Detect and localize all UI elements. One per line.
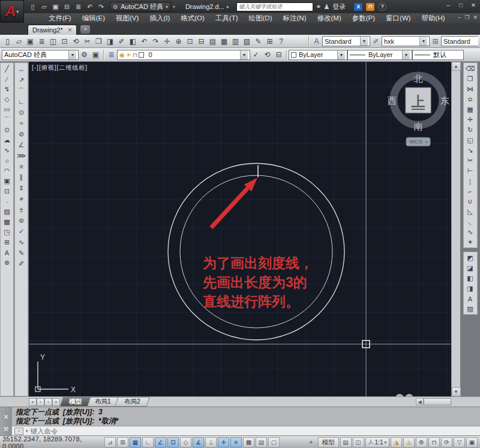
redo-button[interactable]: ↷ [96,2,106,11]
command-prompt-icon[interactable]: › [14,428,23,435]
point-icon[interactable]: ∙ [1,196,13,207]
open-button[interactable]: ▱ [39,2,49,11]
toolbar-lock-button[interactable]: ⊓ [428,437,440,447]
publish-button[interactable]: ⊡ [59,35,70,47]
compass-south-label[interactable]: 南 [414,121,423,132]
dim-arc-length-icon[interactable]: ⌒ [15,85,28,96]
compass-west-label[interactable]: 西 [388,95,397,106]
close-button[interactable]: ✕ [469,2,478,8]
first-tab-nav-button[interactable]: « [29,398,37,406]
parametric-menu[interactable]: 参数(P) [347,13,380,23]
move-icon[interactable]: ✛ [464,115,477,125]
format-menu[interactable]: 格式(O) [175,13,210,23]
search-binoculars-icon[interactable]: ⚭ [316,3,321,11]
array-icon[interactable]: ▦ [464,104,477,115]
help-button[interactable]: ? [275,35,287,47]
properties-palette-button[interactable]: ▤ [207,35,218,47]
dimension-menu[interactable]: 标注(N) [278,13,312,23]
toolbar-options-arrow[interactable]: ▾ [173,4,175,10]
layer-on-bulb-icon[interactable]: ◉ [119,52,125,58]
dim-baseline-icon[interactable]: ≡ [15,161,28,172]
command-close-icon[interactable]: ✕ [3,413,8,421]
polar-tracking-toggle[interactable]: ∠ [155,437,166,447]
color-control-select[interactable]: ByLayer ▼ [289,50,347,60]
doc-close-button[interactable]: ✕ [473,14,478,20]
explode-icon[interactable]: ✶ [464,237,477,247]
file-menu[interactable]: 文件(F) [43,13,77,23]
stretch-icon[interactable]: ↘ [464,145,477,156]
table-style-select[interactable]: Standard [441,36,478,46]
bring-above-objects-icon[interactable]: ◧ [464,273,477,283]
doc-title-arrow-icon[interactable]: ▸ [227,4,230,10]
next-tab-nav-button[interactable]: › [44,398,52,406]
circle-icon[interactable]: ⊙ [1,125,13,135]
arc-icon[interactable]: ⌒ [1,115,13,125]
match-properties-button[interactable]: ✐ [116,35,127,47]
plot-preview-button[interactable]: ◫ [47,35,59,47]
collapsed-handle-dot[interactable] [405,394,413,396]
quick-properties-toggle[interactable]: ▤ [256,437,267,447]
viewport-controls-label[interactable]: [-][俯视][二维线框] [32,64,88,72]
chamfer-icon[interactable]: ◺ [464,207,477,217]
minimize-button[interactable]: – [444,2,452,8]
workspace-dropdown[interactable]: ⚙ AutoCAD 经典 ▾ [110,2,171,11]
send-to-back-icon[interactable]: ◪ [464,263,477,273]
new-tab-button[interactable]: + [80,25,90,34]
dim-style-icon[interactable]: ✐ [370,35,382,47]
dim-linear-icon[interactable]: ↔ [15,64,28,74]
copy-button[interactable]: ❐ [93,35,104,47]
quick-view-layouts-button[interactable]: ◫ [353,437,364,447]
dim-radius-icon[interactable]: ⊙ [15,107,28,118]
dim-ordinate-icon[interactable]: ∟ [15,96,28,107]
dim-angular-icon[interactable]: ∠ [15,139,28,150]
scroll-down-icon[interactable]: ▼ [452,387,461,396]
join-icon[interactable]: ∪ [464,196,477,207]
ortho-mode-toggle[interactable]: ∟ [142,437,154,447]
search-input[interactable] [236,2,313,11]
dim-break-icon[interactable]: ≠ [15,193,28,204]
quick-dimension-icon[interactable]: ⋙ [15,150,28,161]
tool-palettes-button[interactable]: ▥ [230,35,241,47]
zoom-window-button[interactable]: ⊡ [184,35,196,47]
draw-menu[interactable]: 绘图(D) [244,13,278,23]
tab-close-icon[interactable]: ✕ [68,27,73,33]
mtext-icon[interactable]: A [1,247,13,258]
filter-button[interactable]: ▽ [454,437,465,447]
dim-space-icon[interactable]: ⇕ [15,183,28,193]
modify-menu[interactable]: 修改(M) [311,13,346,23]
prev-tab-nav-button[interactable]: ‹ [37,398,44,406]
maximize-button[interactable]: □ [457,2,465,8]
dim-style-select[interactable]: hxk ▼ [382,36,430,46]
grid-display-toggle[interactable]: ▦ [130,437,141,447]
compass-north-label[interactable]: 北 [414,73,423,83]
undo-button[interactable]: ↶ [139,35,150,47]
dim-continue-icon[interactable]: ∥ [15,172,28,183]
vertical-scrollbar[interactable]: ▲ ▼ [451,62,460,396]
cut-button[interactable]: ✂ [82,35,93,47]
drawing-canvas[interactable]: [-][俯视][二维线框] 为了画出刻度线， 先画出长度为3的 直线进行阵列。 [29,62,451,396]
save-button[interactable]: ▣ [50,2,61,11]
dynamic-ucs-toggle[interactable]: ⊥ [205,437,217,447]
chevron-down-icon[interactable]: ▼ [360,37,368,46]
application-menu-button[interactable]: A ▾ [0,0,24,23]
save-as-button[interactable]: ⊟ [62,2,72,11]
dim-text-edit-icon[interactable]: ✐ [15,258,28,269]
wcs-dropdown[interactable]: WCS ▾ [406,138,430,146]
scrollbar-thumb[interactable] [424,398,451,405]
model-space-button[interactable]: 模型 [318,437,339,447]
scroll-left-icon[interactable]: ◀ [416,398,424,405]
dim-jogged-icon[interactable]: ≈ [15,118,28,129]
offset-icon[interactable]: ≎ [464,94,477,104]
collapsed-handle-dot[interactable] [395,394,404,396]
insert-menu[interactable]: 插入(I) [144,13,175,23]
blend-curves-icon[interactable]: ∿ [464,227,477,237]
command-input[interactable] [31,428,478,435]
paste-button[interactable]: ◨ [104,35,116,47]
drawing-tab[interactable]: Drawing2* ✕ [28,25,77,35]
open-button[interactable]: ▱ [13,35,25,47]
layer-previous-button[interactable]: ⟲ [262,49,273,61]
send-under-objects-icon[interactable]: ◨ [464,283,477,294]
gradient-icon[interactable]: ▩ [1,217,13,227]
line-icon[interactable]: ╱ [1,64,13,74]
dim-edit-icon[interactable]: ✎ [15,247,28,258]
